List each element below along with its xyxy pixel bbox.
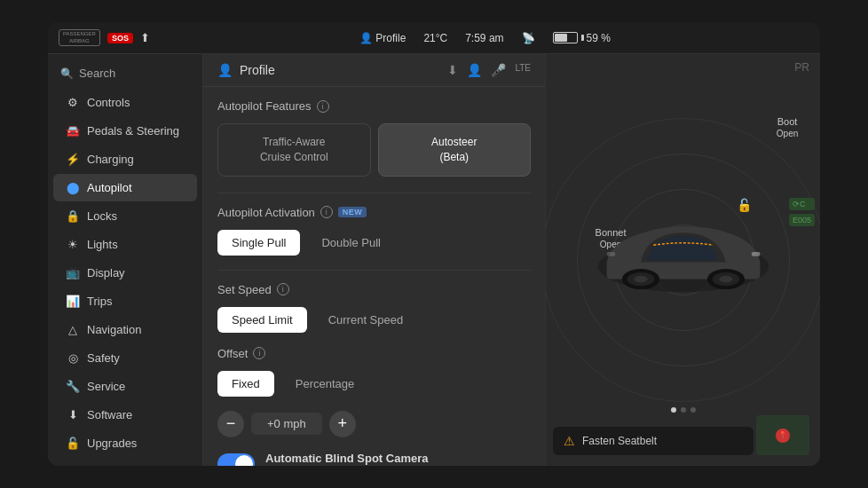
display-label: Display: [87, 266, 125, 279]
software-icon: ⬇: [66, 408, 80, 421]
activation-options: Single Pull Double Pull: [217, 230, 531, 256]
sidebar-item-navigation[interactable]: △ Navigation: [53, 316, 197, 343]
boot-label: Boot Open: [777, 116, 798, 138]
autosteer-card[interactable]: Autosteer(Beta): [378, 123, 532, 177]
dot-1: [671, 407, 676, 413]
sidebar-item-controls[interactable]: ⚙ Controls: [53, 89, 197, 116]
download-icon[interactable]: ⬇: [447, 63, 458, 77]
temperature-label: 21°C: [423, 32, 447, 44]
minimap: 📍: [756, 415, 809, 455]
sidebar-item-upgrades[interactable]: 🔓 Upgrades: [53, 429, 197, 457]
sidebar-item-autopilot[interactable]: ⬤ Autopilot: [53, 174, 197, 201]
offset-options: Fixed Percentage: [217, 371, 531, 397]
side-indicator-1: ⟳C: [789, 198, 815, 210]
seatbelt-text: Fasten Seatbelt: [582, 435, 657, 447]
search-label: Search: [79, 67, 115, 80]
sidebar-item-lights[interactable]: ☀ Lights: [53, 231, 197, 258]
side-indicator-2: E005: [789, 214, 815, 226]
controls-label: Controls: [87, 96, 130, 109]
sidebar-item-display[interactable]: 📺 Display: [53, 259, 197, 287]
new-badge: NEW: [338, 207, 367, 217]
fixed-button[interactable]: Fixed: [217, 371, 274, 397]
navigation-label: Navigation: [87, 323, 141, 336]
upgrades-icon: 🔓: [66, 437, 80, 450]
activation-info-icon[interactable]: i: [320, 206, 333, 218]
upgrades-label: Upgrades: [87, 437, 137, 450]
mic-icon[interactable]: 🎤: [491, 63, 506, 77]
svg-point-6: [719, 276, 732, 283]
dot-2: [681, 407, 686, 413]
sidebar-item-safety[interactable]: ◎ Safety: [53, 344, 197, 372]
features-info-icon[interactable]: i: [317, 100, 329, 113]
double-pull-button[interactable]: Double Pull: [307, 230, 395, 256]
display-icon: 📺: [66, 266, 80, 279]
autopilot-features-grid: Traffic-AwareCruise Control Autosteer(Be…: [217, 123, 531, 177]
content-title: Profile: [240, 63, 275, 77]
svg-rect-7: [751, 252, 760, 256]
car-panel: PR: [545, 54, 820, 466]
sidebar-item-locks[interactable]: 🔒 Locks: [53, 202, 197, 230]
content-header: 👤 Profile ⬇ 👤 🎤 LTE: [203, 54, 545, 87]
main-screen: PASSENGER AIRBAG SOS ⬆ 👤 Profile 21°C 7:…: [48, 22, 820, 466]
content-panel: 👤 Profile ⬇ 👤 🎤 LTE Autopilot Features i…: [203, 54, 545, 466]
sidebar-item-charging[interactable]: ⚡ Charging: [53, 146, 197, 173]
blind-spot-text: Automatic Blind Spot Camera Show side re…: [265, 452, 509, 466]
lights-icon: ☀: [66, 238, 80, 251]
charging-label: Charging: [87, 153, 134, 166]
locks-icon: 🔒: [66, 209, 80, 223]
offset-decrease-button[interactable]: −: [217, 411, 244, 437]
sidebar-item-trips[interactable]: 📊 Trips: [53, 287, 197, 315]
battery-indicator: 59 %: [553, 32, 611, 44]
signal-icon: 📡: [522, 32, 535, 44]
autopilot-features-title: Autopilot Features i: [217, 99, 531, 113]
content-body: Autopilot Features i Traffic-AwareCruise…: [203, 87, 545, 466]
search-icon: 🔍: [60, 67, 74, 80]
carousel-dots: [671, 407, 696, 413]
blind-spot-title: Automatic Blind Spot Camera: [265, 452, 509, 465]
sos-badge: SOS: [107, 33, 133, 43]
status-left: PASSENGER AIRBAG SOS ⬆: [59, 29, 150, 45]
traffic-aware-card[interactable]: Traffic-AwareCruise Control: [217, 123, 371, 177]
pedals-icon: 🚘: [66, 124, 80, 138]
svg-rect-8: [606, 252, 615, 256]
controls-icon: ⚙: [66, 96, 80, 109]
side-indicators: ⟳C E005: [789, 198, 815, 226]
sidebar-item-service[interactable]: 🔧 Service: [53, 373, 197, 400]
profile-header-icon: 👤: [217, 63, 233, 77]
person-icon[interactable]: 👤: [467, 63, 482, 77]
speed-info-icon[interactable]: i: [277, 283, 289, 295]
status-bar: PASSENGER AIRBAG SOS ⬆ 👤 Profile 21°C 7:…: [48, 22, 820, 54]
service-label: Service: [87, 380, 125, 393]
navigation-icon: △: [66, 323, 80, 336]
current-speed-button[interactable]: Current Speed: [314, 307, 418, 333]
airbag-badge: PASSENGER AIRBAG: [59, 29, 100, 45]
safety-label: Safety: [87, 351, 120, 365]
offset-info-icon[interactable]: i: [253, 347, 265, 359]
percentage-button[interactable]: Percentage: [281, 371, 369, 397]
offset-increase-button[interactable]: +: [329, 411, 356, 437]
car-image-area: PR: [546, 54, 820, 466]
boot-status: Open: [777, 129, 798, 138]
blind-spot-toggle[interactable]: [217, 453, 255, 466]
set-speed-title: Set Speed i: [217, 283, 531, 296]
trips-icon: 📊: [66, 295, 80, 308]
main-area: 🔍 Search ⚙ Controls 🚘 Pedals & Steering …: [48, 54, 820, 466]
autopilot-label: Autopilot: [87, 181, 132, 194]
service-icon: 🔧: [66, 380, 80, 393]
single-pull-button[interactable]: Single Pull: [217, 230, 300, 256]
header-actions: ⬇ 👤 🎤 LTE: [447, 63, 531, 77]
sidebar-item-software[interactable]: ⬇ Software: [53, 401, 197, 429]
speed-limit-button[interactable]: Speed Limit: [217, 307, 307, 333]
profile-label: 👤 Profile: [359, 32, 406, 44]
seatbelt-alert: ⚠ Fasten Seatbelt: [553, 427, 754, 455]
sidebar-item-pedals[interactable]: 🚘 Pedals & Steering: [53, 117, 197, 145]
offset-title: Offset i: [217, 347, 531, 360]
pr-label: PR: [794, 61, 809, 74]
search-bar[interactable]: 🔍 Search: [48, 61, 202, 85]
dot-3: [690, 407, 696, 413]
trips-label: Trips: [87, 295, 112, 308]
time-label: 7:59 am: [465, 32, 503, 44]
safety-icon: ◎: [66, 351, 80, 365]
svg-point-3: [634, 276, 647, 283]
offset-control: − +0 mph +: [217, 411, 531, 437]
